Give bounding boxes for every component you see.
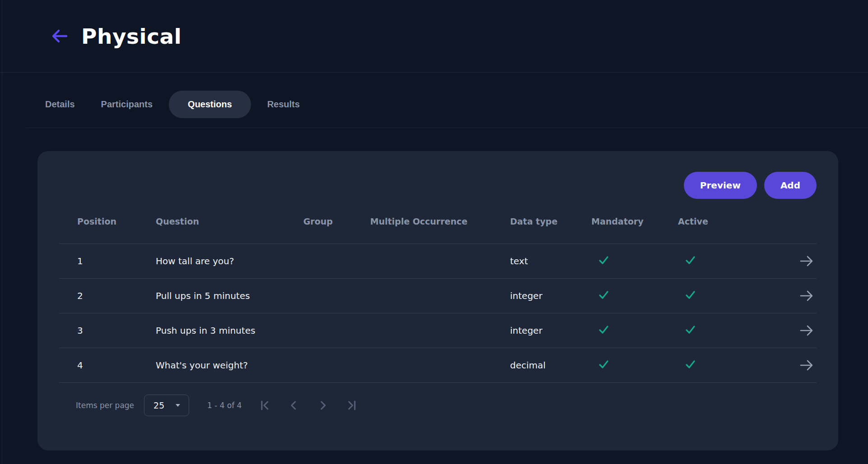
cell-data-type: integer <box>510 325 591 336</box>
table-body: 1 How tall are you? text <box>59 244 817 383</box>
cell-data-type: integer <box>510 290 591 301</box>
column-header-mandatory: Mandatory <box>591 216 678 226</box>
questions-card: Preview Add Position Question Group Mult… <box>37 151 838 450</box>
active-check-icon <box>684 323 696 335</box>
page-title: Physical <box>81 24 181 49</box>
add-button[interactable]: Add <box>764 172 817 199</box>
arrow-right-icon <box>799 255 814 267</box>
chevron-down-icon <box>175 404 181 407</box>
table-row[interactable]: 2 Pull ups in 5 minutes integer <box>59 279 817 313</box>
column-header-data-type: Data type <box>510 216 591 226</box>
mandatory-check-icon <box>598 358 610 370</box>
page-range-label: 1 - 4 of 4 <box>207 401 242 410</box>
cell-position: 3 <box>77 325 156 336</box>
arrow-right-icon <box>799 289 814 302</box>
arrow-right-icon <box>799 324 814 337</box>
cell-data-type: decimal <box>510 360 591 371</box>
tab-participants[interactable]: Participants <box>91 91 162 118</box>
left-edge-divider <box>2 0 2 464</box>
column-header-group: Group <box>303 216 370 226</box>
open-row-button[interactable] <box>798 254 815 268</box>
questions-table: Position Question Group Multiple Occurre… <box>59 199 817 383</box>
mandatory-check-icon <box>598 323 610 335</box>
items-per-page-select[interactable]: 25 <box>144 395 189 416</box>
active-check-icon <box>684 358 696 370</box>
open-row-button[interactable] <box>798 358 815 372</box>
mandatory-check-icon <box>598 289 610 301</box>
cell-position: 4 <box>77 360 156 371</box>
active-check-icon <box>684 254 696 266</box>
column-header-position: Position <box>77 216 156 226</box>
page-header: Physical <box>0 0 868 73</box>
previous-page-button[interactable] <box>287 399 301 412</box>
paginator: Items per page 25 1 - 4 of 4 <box>59 383 817 428</box>
tabs-divider <box>26 128 868 128</box>
column-header-multiple-occurrence: Multiple Occurrence <box>370 216 510 226</box>
table-row[interactable]: 1 How tall are you? text <box>59 244 817 279</box>
page-size-value: 25 <box>153 400 164 410</box>
open-row-button[interactable] <box>798 324 815 337</box>
tab-details[interactable]: Details <box>35 91 85 118</box>
cell-question: Pull ups in 5 minutes <box>156 290 303 301</box>
last-page-button[interactable] <box>345 399 358 412</box>
mandatory-check-icon <box>598 254 610 266</box>
table-header-row: Position Question Group Multiple Occurre… <box>59 199 817 244</box>
first-page-button[interactable] <box>258 399 272 412</box>
column-header-question: Question <box>156 216 303 226</box>
table-row[interactable]: 3 Push ups in 3 minutes integer <box>59 313 817 348</box>
cell-question: How tall are you? <box>156 256 303 266</box>
first-page-icon <box>259 400 271 411</box>
arrow-left-icon <box>51 28 68 44</box>
tab-results[interactable]: Results <box>257 91 310 118</box>
column-header-active: Active <box>678 216 776 226</box>
tab-questions[interactable]: Questions <box>169 91 251 118</box>
active-check-icon <box>684 289 696 301</box>
arrow-right-icon <box>799 359 814 372</box>
cell-question: Push ups in 3 minutes <box>156 325 303 336</box>
cell-position: 2 <box>77 290 156 301</box>
items-per-page-label: Items per page <box>76 401 134 410</box>
cell-position: 1 <box>77 256 156 266</box>
table-row[interactable]: 4 What's your weight? decimal <box>59 348 817 383</box>
open-row-button[interactable] <box>798 289 815 303</box>
pager-controls <box>258 399 358 412</box>
tab-bar: Details Participants Questions Results <box>35 91 868 118</box>
next-page-button[interactable] <box>316 399 330 412</box>
preview-button[interactable]: Preview <box>684 172 757 199</box>
back-button[interactable] <box>50 26 70 46</box>
card-actions: Preview Add <box>59 172 817 199</box>
cell-question: What's your weight? <box>156 360 303 371</box>
last-page-icon <box>346 400 357 411</box>
chevron-left-icon <box>288 400 300 411</box>
chevron-right-icon <box>317 400 329 411</box>
cell-data-type: text <box>510 256 591 266</box>
